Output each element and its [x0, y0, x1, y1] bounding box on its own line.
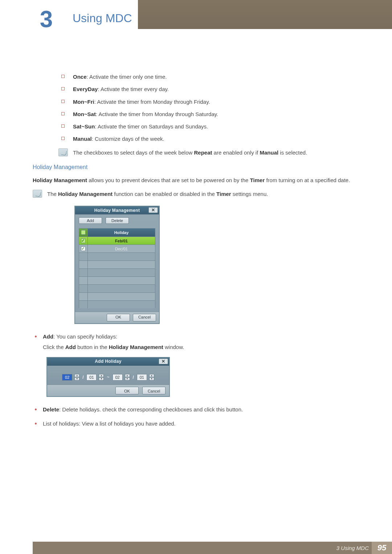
- row-value: Dec/01: [88, 245, 155, 253]
- option-name: Mon~Sat: [73, 111, 96, 117]
- holiday-table: Holiday Feb/01 Dec/01: [79, 228, 155, 308]
- spinner-buttons[interactable]: ▲▼: [125, 374, 130, 381]
- table-row: [79, 284, 155, 292]
- chevron-up-icon[interactable]: ▲: [74, 374, 79, 377]
- holiday-management-paragraph: Holiday Management allows you to prevent…: [33, 176, 359, 185]
- list-item: Once: Activate the timer only one time.: [73, 73, 359, 81]
- table-row[interactable]: Dec/01: [79, 245, 155, 253]
- chevron-down-icon[interactable]: ▼: [99, 377, 104, 381]
- add-button[interactable]: Add: [79, 217, 102, 224]
- holiday-management-dialog: Holiday Management ✕ Add Delete Holiday …: [74, 206, 160, 324]
- option-desc: : Activate the timer only one time.: [87, 74, 167, 80]
- spinner-buttons[interactable]: ▲▼: [99, 374, 104, 381]
- list-item: Add: You can specify holidays: Click the…: [43, 332, 359, 397]
- item-name: Delete: [43, 406, 59, 413]
- chevron-up-icon[interactable]: ▲: [99, 374, 104, 377]
- chapter-title: Using MDC: [73, 12, 132, 25]
- cancel-button[interactable]: Cancel: [133, 314, 156, 321]
- item-subdesc: Click the Add button in the Holiday Mana…: [43, 342, 359, 352]
- list-item: Manual: Customize days of the week.: [73, 135, 359, 143]
- note-repeat: The checkboxes to select days of the wee…: [58, 148, 359, 157]
- page-footer: 3 Using MDC 95: [33, 542, 392, 554]
- chevron-down-icon[interactable]: ▼: [74, 377, 79, 381]
- separator-slash: /: [82, 374, 84, 381]
- table-row: [79, 260, 155, 268]
- table-row: [79, 253, 155, 260]
- add-holiday-dialog: Add Holiday ✕ 02 ▲▼ / 01 ▲▼ ~ 02 ▲▼ / 01: [46, 357, 170, 397]
- repeat-options-list: Once: Activate the timer only one time. …: [60, 73, 359, 143]
- dialog-title: Add Holiday: [95, 358, 121, 365]
- close-button[interactable]: ✕: [148, 207, 158, 213]
- list-item: Mon~Fri: Activate the timer from Monday …: [73, 98, 359, 106]
- table-row: [79, 300, 155, 308]
- item-desc: : Delete holidays. check the correspondi…: [59, 406, 243, 413]
- item-desc: List of holidays: View a list of holiday…: [43, 420, 176, 427]
- list-item: Sat~Sun: Activate the timer on Saturdays…: [73, 122, 359, 131]
- option-name: EveryDay: [73, 86, 98, 92]
- chevron-up-icon[interactable]: ▲: [125, 374, 130, 377]
- delete-button[interactable]: Delete: [106, 217, 129, 224]
- option-desc: : Activate the timer from Monday through…: [94, 99, 210, 105]
- page-number: 95: [372, 542, 392, 554]
- footer-label: 3 Using MDC: [336, 545, 369, 551]
- dialog-title: Holiday Management: [94, 208, 140, 213]
- start-day-field[interactable]: 01: [86, 374, 97, 381]
- note-text: The checkboxes to select days of the wee…: [73, 148, 307, 157]
- end-day-field[interactable]: 01: [137, 374, 147, 381]
- note-icon: [58, 148, 68, 156]
- row-checkbox[interactable]: [81, 238, 86, 243]
- close-button[interactable]: ✕: [159, 358, 168, 364]
- option-name: Once: [73, 74, 87, 80]
- ok-button[interactable]: OK: [115, 387, 139, 394]
- column-header: Holiday: [88, 229, 155, 237]
- option-desc: : Activate the timer from Monday through…: [96, 111, 218, 117]
- separator-tilde: ~: [106, 374, 110, 381]
- note-holiday-management: The Holiday Management function can be e…: [33, 190, 359, 198]
- holiday-management-heading: Holiday Management: [33, 164, 359, 171]
- option-desc: : Activate the timer on Saturdays and Su…: [95, 123, 208, 130]
- list-item: List of holidays: View a list of holiday…: [43, 419, 359, 428]
- list-item: EveryDay: Activate the timer every day.: [73, 85, 359, 93]
- option-name: Manual: [73, 136, 92, 142]
- chevron-down-icon[interactable]: ▼: [125, 377, 130, 381]
- item-name: Add: [43, 333, 53, 340]
- dialog-titlebar[interactable]: Holiday Management ✕: [75, 206, 159, 214]
- table-row: [79, 268, 155, 276]
- chapter-number-badge: 3: [34, 7, 58, 32]
- row-value: Feb/01: [88, 237, 155, 245]
- separator-slash: /: [132, 374, 135, 381]
- end-month-field[interactable]: 02: [113, 374, 123, 381]
- row-checkbox[interactable]: [81, 246, 86, 251]
- start-month-field[interactable]: 02: [62, 374, 72, 381]
- option-name: Sat~Sun: [73, 123, 95, 130]
- ok-button[interactable]: OK: [107, 314, 130, 321]
- spinner-buttons[interactable]: ▲▼: [74, 374, 79, 381]
- item-desc: : You can specify holidays:: [53, 333, 117, 340]
- list-item: Mon~Sat: Activate the timer from Monday …: [73, 110, 359, 118]
- option-name: Mon~Fri: [73, 99, 94, 105]
- checkbox-icon: [81, 230, 86, 235]
- note-text: The Holiday Management function can be e…: [47, 190, 268, 198]
- list-item: Delete: Delete holidays. check the corre…: [43, 405, 359, 414]
- header-checkbox-cell[interactable]: [79, 229, 88, 237]
- table-row: [79, 276, 155, 284]
- table-row: [79, 292, 155, 300]
- option-desc: : Activate the timer every day.: [98, 86, 169, 92]
- option-desc: : Customize days of the week.: [92, 136, 164, 142]
- spinner-buttons[interactable]: ▲▼: [149, 374, 154, 381]
- cancel-button[interactable]: Cancel: [142, 387, 166, 394]
- chevron-up-icon[interactable]: ▲: [149, 374, 154, 377]
- chapter-number: 3: [40, 8, 53, 31]
- dialog-titlebar[interactable]: Add Holiday ✕: [47, 358, 169, 366]
- note-icon: [33, 190, 42, 198]
- chevron-down-icon[interactable]: ▼: [149, 377, 154, 381]
- table-row[interactable]: Feb/01: [79, 237, 155, 245]
